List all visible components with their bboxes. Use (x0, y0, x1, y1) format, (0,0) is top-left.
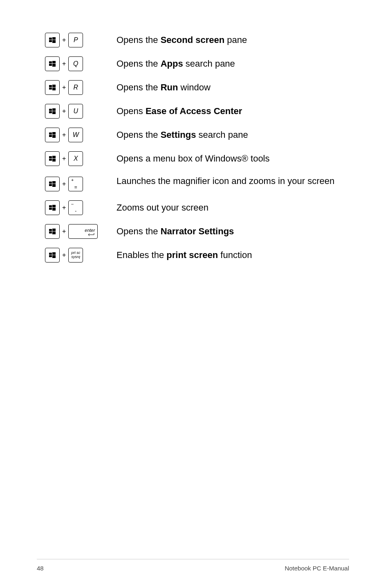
shortcut-description: Opens a menu box of Windows® tools (114, 153, 270, 165)
key-combo: + X (45, 151, 114, 166)
plus-separator: + (62, 131, 66, 139)
shortcut-description: Opens the Apps search pane (114, 58, 235, 70)
windows-key-icon (45, 33, 60, 47)
desc-text: Enables the (117, 250, 166, 260)
enter-label: enter (85, 228, 95, 233)
key-letter: U (68, 104, 83, 119)
windows-key-icon (45, 151, 60, 166)
desc-bold: print screen (166, 250, 218, 260)
svg-rect-22 (49, 159, 52, 161)
enter-arrow-icon (87, 233, 95, 237)
svg-rect-23 (52, 159, 56, 162)
svg-rect-20 (49, 156, 52, 158)
key-letter: P (68, 33, 83, 47)
shortcut-description: Opens the Settings search pane (114, 129, 248, 141)
svg-rect-25 (52, 181, 56, 184)
svg-rect-1 (52, 37, 56, 40)
svg-rect-12 (49, 109, 52, 111)
desc-text: Opens the (117, 58, 161, 69)
desc-bold: Settings (161, 130, 196, 140)
key-letter: R (68, 80, 83, 95)
windows-key-icon (45, 104, 60, 119)
desc-text: Launches the magnifier icon and zooms in… (117, 176, 334, 186)
desc-text: Opens the (117, 35, 161, 45)
desc-text: Zooms out your screen (117, 202, 208, 213)
key-printscreen: prt sc sysrq (68, 248, 83, 263)
shortcut-row: + R Opens the Run window (45, 80, 349, 95)
svg-rect-36 (49, 253, 52, 255)
windows-key-icon (45, 200, 60, 215)
desc-bold: Apps (161, 58, 183, 69)
svg-rect-21 (52, 156, 56, 158)
shortcut-description: Launches the magnifier icon and zooms in… (114, 175, 334, 188)
svg-rect-16 (49, 132, 52, 135)
svg-rect-15 (52, 111, 56, 114)
shortcut-description: Zooms out your screen (114, 202, 208, 214)
key-minus: – - (68, 200, 83, 215)
svg-rect-26 (49, 184, 52, 186)
shortcut-description: Opens Ease of Access Center (114, 105, 242, 118)
svg-rect-6 (49, 64, 52, 66)
desc-text: Opens the (117, 226, 161, 236)
svg-rect-2 (49, 40, 52, 42)
plus-separator: + (62, 155, 66, 162)
svg-rect-27 (52, 184, 56, 187)
shortcut-row: + – - Zooms out your screen (45, 200, 349, 215)
page-number: 48 (37, 565, 44, 572)
desc-text: Opens (117, 106, 146, 116)
plus-separator: + (62, 36, 66, 44)
windows-key-icon (45, 177, 60, 191)
key-enter: enter (68, 224, 98, 239)
key-combo: + prt sc sysrq (45, 248, 114, 263)
shortcut-description: Opens the Second screen pane (114, 34, 247, 47)
key-combo: + P (45, 33, 114, 47)
desc-text: window (178, 82, 210, 92)
windows-key-icon (45, 248, 60, 263)
svg-rect-18 (49, 135, 52, 137)
svg-rect-8 (49, 85, 52, 87)
key-top-symbol: + (70, 178, 74, 182)
svg-rect-4 (49, 61, 52, 63)
svg-rect-28 (49, 205, 52, 207)
shortcut-row: + enter Opens the Narrator Settings (45, 224, 349, 239)
shortcut-list: + P Opens the Second screen pane + Q Ope… (45, 33, 349, 263)
svg-rect-13 (52, 108, 56, 111)
plus-separator: + (62, 60, 66, 67)
desc-bold: Ease of Access Center (146, 106, 242, 116)
key-combo: + W (45, 128, 114, 142)
svg-rect-19 (52, 135, 56, 138)
key-bottom-symbol: - (70, 209, 81, 213)
desc-text: pane (224, 35, 247, 45)
windows-key-icon (45, 128, 60, 142)
plus-separator: + (62, 84, 66, 91)
desc-bold: Second screen (161, 35, 225, 45)
windows-key-icon (45, 56, 60, 71)
desc-text: search pane (183, 58, 235, 69)
plus-separator: + (62, 251, 66, 259)
desc-bold: Run (161, 82, 178, 92)
svg-rect-7 (52, 64, 56, 67)
shortcut-row: + prt sc sysrq Enables the print screen … (45, 248, 349, 263)
prtsc-line2: sysrq (72, 255, 81, 259)
svg-rect-38 (49, 255, 52, 257)
key-combo: + enter (45, 224, 114, 239)
svg-rect-37 (52, 252, 56, 255)
plus-separator: + (62, 228, 66, 235)
svg-rect-32 (49, 229, 52, 231)
key-combo: + R (45, 80, 114, 95)
windows-key-icon (45, 224, 60, 239)
plus-separator: + (62, 204, 66, 211)
shortcut-description: Enables the print screen function (114, 249, 252, 262)
plus-separator: + (62, 108, 66, 115)
windows-key-icon (45, 80, 60, 95)
key-combo: + U (45, 104, 114, 119)
svg-rect-34 (49, 231, 52, 233)
svg-rect-3 (52, 40, 56, 43)
desc-text: Opens the (117, 130, 161, 140)
shortcut-row: + X Opens a menu box of Windows® tools (45, 151, 349, 166)
shortcut-row: + Q Opens the Apps search pane (45, 56, 349, 71)
desc-text: search pane (196, 130, 248, 140)
key-combo: + Q (45, 56, 114, 71)
svg-rect-39 (52, 255, 56, 258)
svg-rect-17 (52, 132, 56, 135)
